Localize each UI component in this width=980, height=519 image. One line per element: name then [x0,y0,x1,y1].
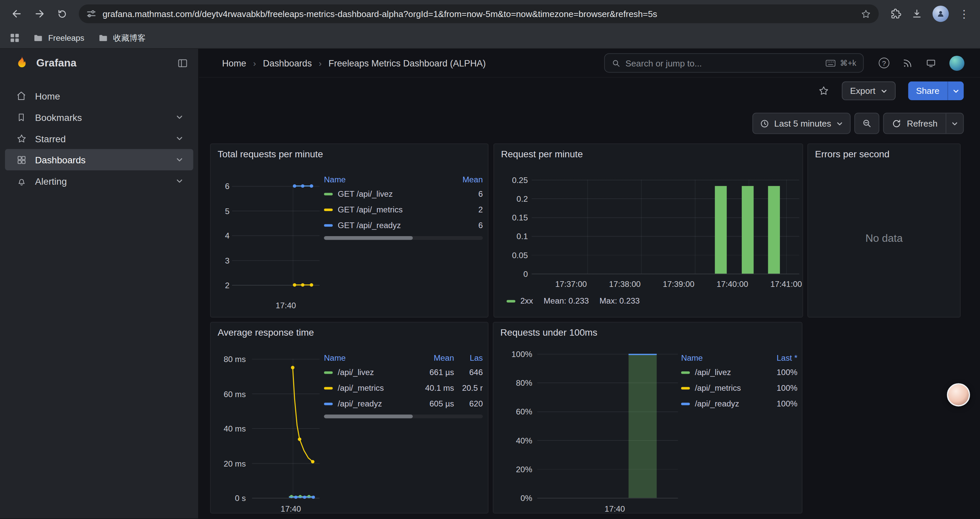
favorite-star-icon[interactable] [818,85,830,96]
x-axis-label: 17:38:00 [609,279,641,289]
legend-header-mean[interactable]: Mean [450,174,483,184]
url-input[interactable] [103,9,854,19]
refresh-interval-caret[interactable] [946,113,963,133]
share-button-group: Share [908,81,964,100]
url-bar[interactable] [79,4,878,23]
extensions-icon[interactable] [890,8,901,19]
keyboard-icon [826,59,835,67]
sidebar-item-dashboards[interactable]: Dashboards [5,149,193,170]
chevron-down-icon [836,120,843,127]
legend: 2xx Mean: 0.233 Max: 0.233 [507,296,640,306]
share-button[interactable]: Share [908,81,948,100]
panel-average-response-time[interactable]: Average response time 80 ms 60 ms 40 ms … [210,322,488,514]
legend-row[interactable]: /api/_livez 100% [681,364,797,380]
chevron-down-icon[interactable] [173,177,186,185]
site-settings-icon[interactable] [86,9,96,19]
legend-header-name[interactable]: Name [681,353,765,363]
legend-row[interactable]: /api/_readyz 605 µs 620 [324,396,483,412]
legend-header-last[interactable]: Las [454,353,483,363]
back-icon[interactable] [6,3,28,24]
sidebar-item-home[interactable]: Home [5,85,193,107]
share-menu-caret[interactable] [948,81,964,100]
bar-2xx[interactable] [742,186,754,273]
panel-request-per-minute[interactable]: Request per minute 0.25 0.2 0.15 0.1 0.0… [493,143,803,317]
bar-under-100ms[interactable] [628,354,657,498]
search-icon [612,58,620,67]
browser-menu-icon[interactable] [959,8,969,19]
chevron-down-icon[interactable] [173,156,186,164]
bookmark-folder-freeleaps[interactable]: Freeleaps [33,33,84,42]
legend-row[interactable]: /api/_readyz 100% [681,396,797,412]
series-swatch [681,402,690,405]
panel-total-requests-per-minute[interactable]: Total requests per minute 6 5 4 3 2 [210,143,488,317]
chart-plot[interactable] [232,186,320,286]
legend-header-mean[interactable]: Mean [413,353,454,363]
chart-plot[interactable] [538,354,678,498]
sidebar-item-alerting[interactable]: Alerting [5,170,193,192]
panel-title[interactable]: Requests under 100ms [500,327,597,338]
monitor-icon[interactable] [926,58,936,68]
legend-item-2xx[interactable]: 2xx [507,296,533,306]
user-avatar[interactable] [949,56,964,70]
chart-plot[interactable] [252,359,320,498]
forward-icon[interactable] [29,3,50,24]
breadcrumb-separator [318,58,321,68]
panel-title[interactable]: Request per minute [501,148,583,159]
scrollbar-thumb[interactable] [324,414,413,418]
chevron-down-icon[interactable] [173,113,186,121]
time-controls: Last 5 minutes Refresh [199,113,980,134]
apps-grid-icon[interactable] [10,33,19,42]
folder-icon [33,34,43,42]
legend-row[interactable]: /api/_metrics 100% [681,380,797,396]
collapse-sidebar-icon[interactable] [177,58,188,69]
legend-header-name[interactable]: Name [324,353,413,363]
refresh-button[interactable]: Refresh [884,113,946,133]
clock-icon [760,118,769,128]
scrollbar-thumb[interactable] [324,236,413,240]
main-area: Home Dashboards Freeleaps Metrics Dashbo… [199,49,980,518]
panel-title[interactable]: Errors per second [815,148,889,159]
legend-header-name[interactable]: Name [324,174,450,184]
breadcrumb-dashboards[interactable]: Dashboards [263,58,312,68]
legend-row[interactable]: GET /api/_readyz 6 [324,217,483,233]
search-box[interactable]: ⌘+k [604,53,864,72]
legend-header-last[interactable]: Last * [765,353,797,363]
reload-icon[interactable] [51,3,73,24]
sidebar-item-bookmarks[interactable]: Bookmarks [5,107,193,128]
sidebar-item-label: Dashboards [35,154,86,165]
refresh-icon [892,118,901,128]
search-input[interactable] [625,58,821,68]
bookmark-star-icon[interactable] [861,8,871,19]
panel-errors-per-second[interactable]: Errors per second No data [808,143,961,317]
brand-title: Grafana [37,57,171,70]
browser-profile-avatar[interactable] [932,6,949,22]
refresh-button-group: Refresh [883,113,964,134]
help-icon[interactable] [878,58,889,69]
time-range-picker[interactable]: Last 5 minutes [752,113,850,134]
breadcrumb-home[interactable]: Home [222,58,247,68]
grafana-app: Grafana Home Bookmarks [0,49,980,518]
panel-requests-under-100ms[interactable]: Requests under 100ms 100% 80% 60% 40% 20… [493,322,803,514]
panel-title[interactable]: Total requests per minute [218,148,323,159]
rss-icon[interactable] [903,58,913,68]
floating-chat-avatar[interactable] [947,383,970,406]
bookmark-folder-blogs[interactable]: 收藏博客 [98,32,146,44]
chevron-down-icon[interactable] [173,134,186,142]
legend-row[interactable]: GET /api/_livez 6 [324,186,483,202]
chart-plot[interactable] [532,180,800,274]
legend-row[interactable]: /api/_livez 661 µs 646 [324,364,483,380]
grafana-logo[interactable] [14,55,30,72]
legend-row[interactable]: GET /api/_metrics 2 [324,202,483,217]
x-axis-label: 17:37:00 [555,279,587,289]
legend-scrollbar[interactable] [324,236,483,240]
zoom-out-button[interactable] [854,113,879,134]
legend-scrollbar[interactable] [324,414,483,418]
download-icon[interactable] [911,8,923,19]
legend-row[interactable]: /api/_metrics 40.1 ms 20.5 r [324,380,483,396]
bookmark-label: 收藏博客 [113,32,146,44]
bar-2xx[interactable] [715,186,727,273]
export-button[interactable]: Export [842,81,895,100]
panel-title[interactable]: Average response time [218,327,314,338]
sidebar-item-starred[interactable]: Starred [5,128,193,149]
bar-2xx[interactable] [768,186,780,273]
